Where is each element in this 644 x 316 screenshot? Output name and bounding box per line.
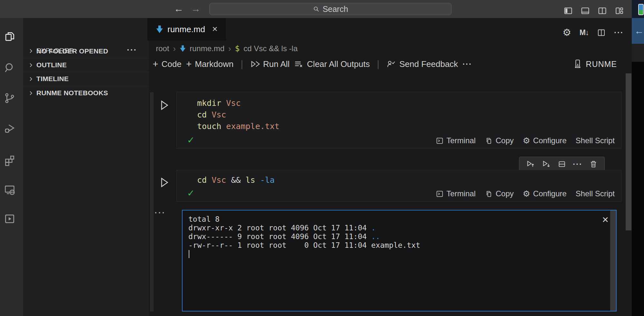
remote-explorer-icon[interactable] <box>3 183 17 197</box>
extensions-icon[interactable] <box>3 153 17 167</box>
run-cell-and-above-icon[interactable] <box>526 160 535 169</box>
run-all-button[interactable]: Run All <box>250 59 289 69</box>
explorer-sidebar: EXPLORER ··· NO FOLDER OPENED OUTLINE TI… <box>23 18 149 316</box>
send-feedback-button[interactable]: Send Feedback <box>386 59 458 69</box>
cell-actions: Terminal Copy ⚙ Configure Shell Script <box>436 189 615 199</box>
plus-icon: + <box>153 59 158 70</box>
terminal-label: Terminal <box>447 136 476 145</box>
search-sidebar-icon[interactable] <box>3 60 17 75</box>
history-back-icon[interactable]: ← <box>174 4 184 14</box>
code-cell-2[interactable]: cd Vsc && ls -la ✓ Terminal <box>176 170 621 202</box>
copy-label: Copy <box>496 136 514 145</box>
editor-title-actions: ⚙ M↓ ··· <box>563 27 624 38</box>
run-cell-button[interactable] <box>158 99 169 111</box>
language-badge[interactable]: Shell Script <box>576 189 615 198</box>
copy-action[interactable]: Copy <box>485 189 514 198</box>
layout-controls <box>564 6 624 15</box>
cell-output[interactable]: total 8drwxr-xr-x 2 root root 4096 Oct 1… <box>182 210 617 311</box>
title-bar: ← → Search <box>0 0 632 18</box>
success-check-icon: ✓ <box>187 189 194 198</box>
terminal-action[interactable]: Terminal <box>436 136 476 145</box>
source-control-icon[interactable] <box>3 91 17 105</box>
code-cell-1[interactable]: mkdir Vsccd Vsctouch example.txt ✓ Termi… <box>176 92 621 149</box>
cell-code[interactable]: mkdir Vsccd Vsctouch example.txt <box>197 98 279 132</box>
copy-icon <box>485 137 493 145</box>
toggle-panel-icon[interactable] <box>581 6 590 15</box>
output-scrollbar[interactable] <box>610 210 616 311</box>
background-back-arrow-icon: ← <box>634 25 644 36</box>
sidebar-section-outline[interactable]: OUTLINE <box>23 58 149 72</box>
configure-action[interactable]: ⚙ Configure <box>523 136 566 145</box>
cell-hover-toolbar: ··· <box>519 157 605 172</box>
clear-all-outputs-button[interactable]: Clear All Outputs <box>294 59 370 69</box>
run-cell-and-below-icon[interactable] <box>542 160 551 169</box>
vscode-window: ← → Search <box>0 0 644 316</box>
configure-action[interactable]: ⚙ Configure <box>523 189 566 199</box>
toolbar-divider: | <box>377 59 379 70</box>
split-editor-icon[interactable] <box>597 28 606 37</box>
history-forward-icon[interactable]: → <box>191 4 201 14</box>
toggle-primary-sidebar-icon[interactable] <box>564 6 573 15</box>
configure-label: Configure <box>533 189 567 198</box>
sidebar-section-runme-notebooks[interactable]: RUNME NOTEBOOKS <box>23 86 149 100</box>
tab-label: runme.md <box>167 24 205 34</box>
breadcrumb-file[interactable]: runme.md <box>190 44 224 53</box>
open-markdown-preview-icon[interactable]: M↓ <box>580 28 589 37</box>
split-cell-icon[interactable] <box>558 160 566 168</box>
cell-more-actions-icon[interactable]: ··· <box>573 160 582 169</box>
customize-layout-icon[interactable] <box>615 6 624 15</box>
section-label: RUNME NOTEBOOKS <box>36 89 108 97</box>
run-all-icon <box>250 59 260 69</box>
sidebar-section-no-folder-opened[interactable]: NO FOLDER OPENED <box>23 44 149 58</box>
success-check-icon: ✓ <box>187 136 194 145</box>
background-window-band <box>632 44 644 62</box>
command-center-search[interactable]: Search <box>209 3 451 15</box>
runme-file-icon <box>180 45 186 52</box>
terminal-output-text: total 8drwxr-xr-x 2 root root 4096 Oct 1… <box>188 215 420 250</box>
language-badge[interactable]: Shell Script <box>576 136 615 145</box>
terminal-action[interactable]: Terminal <box>436 189 476 198</box>
run-and-debug-icon[interactable] <box>3 122 17 136</box>
cell-status-bar: ✓ Terminal Copy <box>177 136 621 145</box>
background-window-header: ← <box>632 18 644 44</box>
shell-script-label: Shell Script <box>576 189 615 198</box>
breadcrumb-command[interactable]: cd Vsc && ls -la <box>243 44 298 53</box>
breadcrumb-root[interactable]: root <box>156 44 169 53</box>
output-close-icon[interactable]: ✕ <box>602 215 609 225</box>
copy-action[interactable]: Copy <box>485 136 514 145</box>
gear-icon: ⚙ <box>523 136 530 145</box>
terminal-label: Terminal <box>447 189 476 198</box>
send-feedback-label: Send Feedback <box>399 59 458 69</box>
cell-code[interactable]: cd Vsc && ls -la <box>197 174 275 186</box>
shell-script-label: Shell Script <box>576 136 615 145</box>
toolbar-more-actions-icon[interactable]: ··· <box>462 60 472 69</box>
breadcrumb: root › runme.md › $ cd Vsc && ls -la <box>149 41 625 57</box>
copy-icon <box>485 190 493 198</box>
add-code-cell-button[interactable]: + Code <box>153 59 182 70</box>
run-cell-button[interactable] <box>158 176 169 189</box>
chevron-right-icon <box>28 48 33 54</box>
output-more-actions-icon[interactable]: ··· <box>155 208 166 218</box>
notebook-kernel-gear-icon[interactable]: ⚙ <box>563 28 571 37</box>
editor-more-actions-icon[interactable]: ··· <box>614 28 624 37</box>
add-markdown-cell-button[interactable]: + Markdown <box>186 59 233 70</box>
section-label: OUTLINE <box>36 61 67 69</box>
explorer-icon[interactable] <box>3 29 17 43</box>
runme-brand-label: RUNME <box>586 60 617 69</box>
runme-panel-icon[interactable] <box>3 212 17 226</box>
clear-outputs-icon <box>294 59 304 69</box>
terminal-icon <box>436 190 444 198</box>
notebook-toolbar: + Code + Markdown | Run All Clear All Ou… <box>149 57 625 71</box>
breadcrumb-separator-icon: › <box>228 44 231 54</box>
activity-bar <box>0 18 23 316</box>
toggle-secondary-sidebar-icon[interactable] <box>598 6 607 15</box>
chevron-right-icon <box>28 76 33 82</box>
tab-runme-md[interactable]: runme.md ✕ <box>147 18 226 41</box>
search-placeholder: Search <box>323 5 348 14</box>
delete-cell-icon[interactable] <box>589 160 598 168</box>
editor-scrollbar[interactable] <box>626 73 631 230</box>
toolbar-divider: | <box>241 59 243 70</box>
tab-close-icon[interactable]: ✕ <box>212 25 218 33</box>
sidebar-section-timeline[interactable]: TIMELINE <box>23 72 149 86</box>
search-icon <box>313 5 320 13</box>
